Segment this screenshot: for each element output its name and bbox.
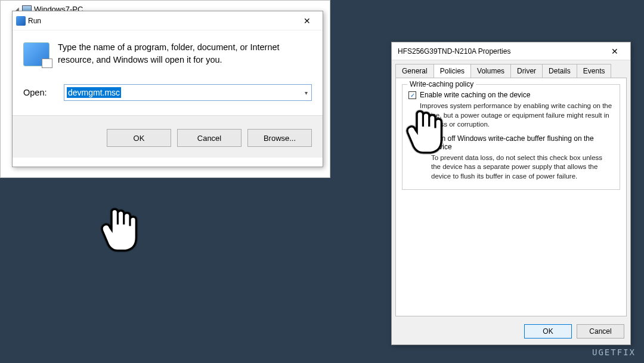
properties-dialog: HFS256G39TND-N210A Properties ✕ General …	[391, 42, 631, 345]
browse-button[interactable]: Browse...	[247, 129, 312, 147]
tab-policies[interactable]: Policies	[434, 64, 471, 78]
run-description: Type the name of a program, folder, docu…	[58, 41, 312, 66]
open-combobox[interactable]: devmgmt.msc ▾	[64, 84, 312, 101]
close-icon[interactable]: ✕	[603, 47, 627, 56]
turn-off-flush-checkbox[interactable]	[420, 135, 428, 143]
turn-off-flush-label: Turn off Windows write-cache buffer flus…	[431, 134, 614, 151]
props-titlebar[interactable]: HFS256G39TND-N210A Properties ✕	[392, 42, 630, 60]
enable-write-cache-desc: Improves system performance by enabling …	[408, 101, 614, 130]
enable-write-cache-label: Enable write caching on the device	[420, 91, 530, 99]
props-title: HFS256G39TND-N210A Properties	[395, 47, 603, 56]
tab-details[interactable]: Details	[542, 64, 577, 78]
run-dialog: Run ✕ Type the name of a program, folder…	[12, 11, 323, 167]
tab-general[interactable]: General	[395, 64, 434, 78]
run-title: Run	[26, 17, 295, 25]
watermark: UGETFIX	[592, 347, 636, 357]
open-value: devmgmt.msc	[67, 87, 121, 98]
enable-write-cache-checkbox[interactable]	[408, 91, 416, 99]
run-titlebar[interactable]: Run ✕	[13, 11, 323, 30]
run-body: Type the name of a program, folder, docu…	[13, 30, 323, 101]
cancel-button[interactable]: Cancel	[577, 324, 624, 339]
tab-volumes[interactable]: Volumes	[470, 64, 511, 78]
run-button-row: OK Cancel Browse...	[13, 115, 323, 158]
props-button-row: OK Cancel	[524, 324, 624, 339]
props-tabs: General Policies Volumes Driver Details …	[392, 60, 630, 78]
tab-events[interactable]: Events	[577, 64, 612, 78]
close-icon[interactable]: ✕	[295, 16, 319, 26]
run-program-icon	[23, 42, 49, 66]
group-legend: Write-caching policy	[407, 80, 476, 88]
run-icon	[16, 16, 26, 26]
open-label: Open:	[23, 88, 57, 97]
chevron-down-icon[interactable]: ▾	[305, 90, 308, 96]
turn-off-flush-desc: To prevent data loss, do not select this…	[408, 153, 614, 182]
ok-button[interactable]: OK	[107, 129, 171, 147]
cancel-button[interactable]: Cancel	[177, 129, 242, 147]
tab-body-policies: Write-caching policy Enable write cachin…	[395, 78, 627, 316]
ok-button[interactable]: OK	[524, 324, 572, 339]
hand-cursor-icon	[95, 203, 143, 257]
write-caching-group: Write-caching policy Enable write cachin…	[402, 84, 620, 190]
tab-driver[interactable]: Driver	[510, 64, 543, 78]
